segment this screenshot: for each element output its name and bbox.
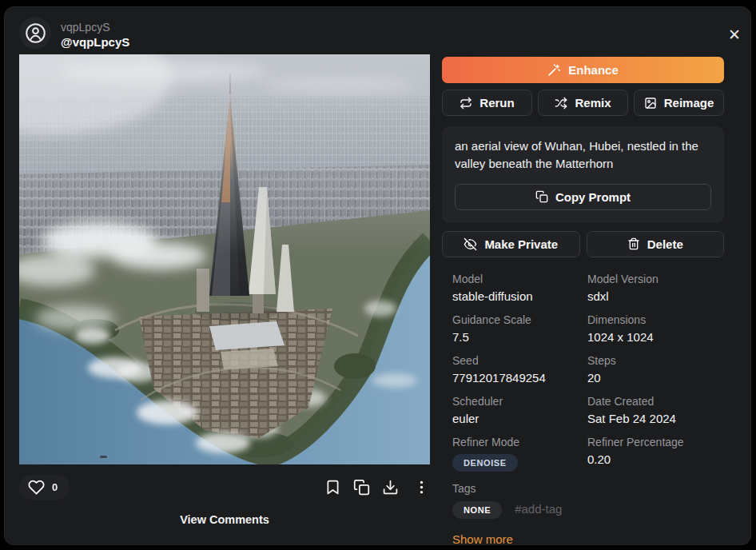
close-icon[interactable]: ✕ bbox=[723, 23, 746, 46]
field-refiner-percentage: Refiner Percentage 0.20 bbox=[587, 436, 724, 472]
delete-button[interactable]: Delete bbox=[587, 231, 725, 257]
username[interactable]: vqpLpcyS bbox=[61, 21, 109, 34]
more-options-icon[interactable] bbox=[413, 479, 430, 496]
field-seed: Seed 77912017849254 bbox=[452, 354, 587, 385]
remix-label: Remix bbox=[575, 96, 611, 110]
bookmark-icon[interactable] bbox=[324, 479, 341, 496]
field-model-version: Model Version sdxl bbox=[587, 273, 724, 303]
account-circle-icon bbox=[25, 22, 46, 44]
magic-wand-icon bbox=[547, 63, 561, 77]
show-more-link[interactable]: Show more bbox=[452, 532, 513, 546]
shuffle-icon bbox=[555, 97, 567, 110]
prompt-text: an aerial view of Wuhan, Hubei, nestled … bbox=[455, 138, 711, 173]
none-tag-badge: NONE bbox=[452, 501, 502, 519]
enhance-label: Enhance bbox=[568, 63, 619, 77]
field-scheduler: Scheduler euler bbox=[452, 395, 587, 425]
add-tag-link[interactable]: #add-tag bbox=[515, 502, 562, 516]
field-date-created: Date Created Sat Feb 24 2024 bbox=[587, 395, 724, 425]
copy-image-icon[interactable] bbox=[353, 479, 370, 496]
field-guidance-scale: Guidance Scale 7.5 bbox=[452, 313, 587, 344]
reimage-button[interactable]: Reimage bbox=[634, 90, 724, 116]
tags-label: Tags bbox=[452, 482, 724, 495]
image-action-bar: 0 bbox=[19, 474, 430, 500]
enhance-button[interactable]: Enhance bbox=[442, 57, 724, 83]
image-icon bbox=[644, 97, 657, 110]
view-comments-link[interactable]: View Comments bbox=[19, 513, 430, 526]
generated-image[interactable] bbox=[19, 54, 430, 464]
prompt-card: an aerial view of Wuhan, Hubei, nestled … bbox=[442, 126, 724, 223]
user-avatar[interactable] bbox=[19, 17, 51, 49]
user-handle[interactable]: @vqpLpcyS bbox=[61, 35, 129, 49]
like-count: 0 bbox=[52, 481, 58, 493]
download-icon[interactable] bbox=[382, 479, 399, 496]
repeat-icon bbox=[460, 97, 472, 110]
aerial-city-illustration bbox=[19, 54, 430, 464]
field-steps: Steps 20 bbox=[587, 354, 724, 385]
detail-panel: Enhance Rerun Remix bbox=[442, 57, 724, 547]
copy-prompt-label: Copy Prompt bbox=[555, 190, 631, 204]
generation-details: Model stable-diffusion Model Version sdx… bbox=[442, 273, 724, 547]
make-private-button[interactable]: Make Private bbox=[442, 231, 580, 257]
field-dimensions: Dimensions 1024 x 1024 bbox=[587, 313, 724, 344]
image-detail-modal: vqpLpcyS @vqpLpcyS ✕ bbox=[4, 6, 751, 545]
field-refiner-mode: Refiner Mode DENOISE bbox=[452, 436, 587, 472]
tags-section: Tags NONE #add-tag bbox=[452, 482, 724, 519]
like-button[interactable]: 0 bbox=[19, 475, 70, 500]
field-model: Model stable-diffusion bbox=[452, 273, 587, 303]
reimage-label: Reimage bbox=[664, 96, 714, 110]
eye-off-icon bbox=[464, 237, 477, 251]
copy-icon bbox=[535, 190, 548, 203]
make-private-label: Make Private bbox=[484, 237, 558, 251]
remix-button[interactable]: Remix bbox=[538, 90, 628, 116]
trash-icon bbox=[627, 237, 640, 250]
denoise-badge: DENOISE bbox=[452, 454, 518, 472]
rerun-button[interactable]: Rerun bbox=[442, 90, 532, 116]
rerun-label: Rerun bbox=[479, 96, 514, 110]
copy-prompt-button[interactable]: Copy Prompt bbox=[455, 184, 711, 210]
heart-icon bbox=[28, 479, 45, 496]
delete-label: Delete bbox=[647, 237, 683, 251]
